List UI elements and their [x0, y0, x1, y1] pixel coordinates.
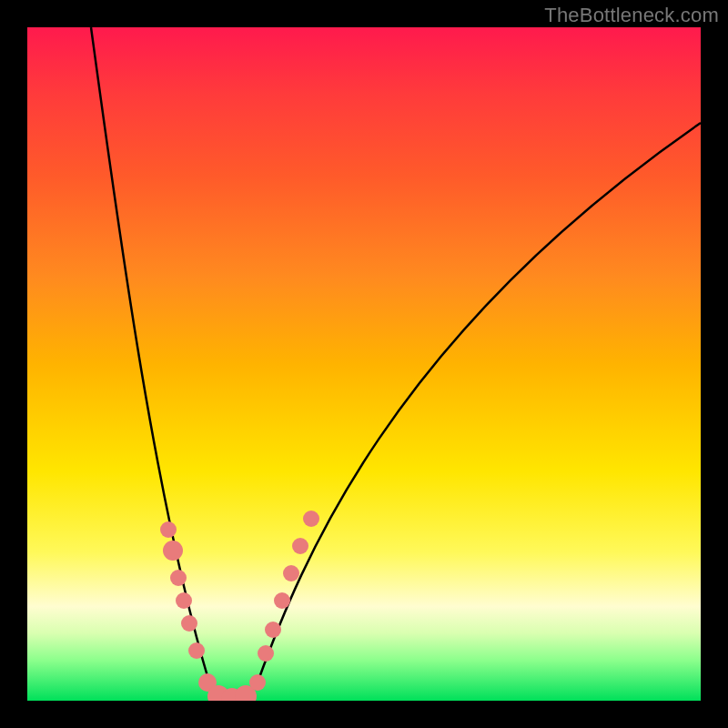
curve-svg — [27, 27, 701, 701]
data-dot — [283, 565, 299, 581]
data-dot — [160, 521, 177, 538]
data-dot — [258, 645, 274, 662]
data-dot — [207, 685, 229, 701]
data-dot — [249, 674, 266, 691]
data-dot — [163, 541, 183, 561]
data-dot — [274, 592, 290, 609]
data-dot — [198, 673, 217, 692]
dot-group — [160, 511, 319, 701]
watermark-text: TheBottleneck.com — [544, 4, 719, 27]
chart-container: TheBottleneck.com — [0, 0, 728, 728]
data-dot — [188, 642, 205, 659]
data-dot — [235, 685, 257, 701]
curve-right — [222, 123, 701, 699]
data-dot — [176, 592, 192, 609]
data-dot — [221, 688, 243, 701]
data-dot — [303, 511, 319, 527]
curve-left — [91, 27, 222, 699]
data-dot — [170, 570, 187, 586]
data-dot — [265, 622, 281, 638]
data-dot — [292, 538, 308, 554]
plot-area — [27, 27, 701, 701]
data-dot — [181, 615, 197, 632]
